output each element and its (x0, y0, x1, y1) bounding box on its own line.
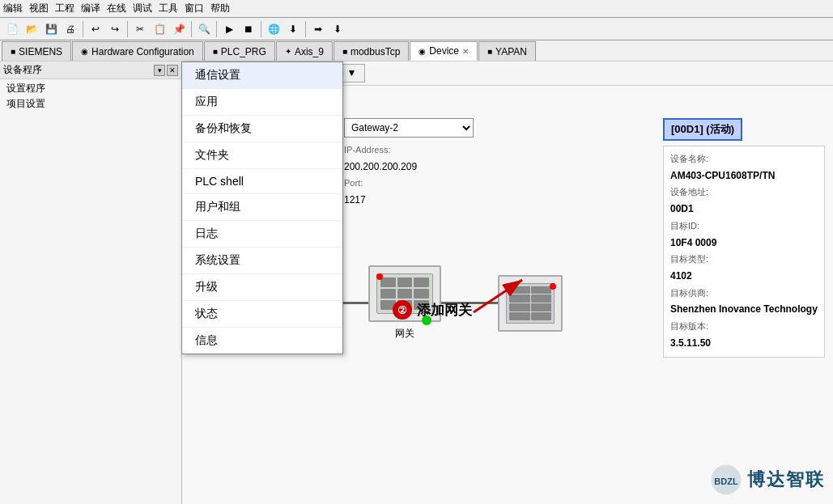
stepin-btn[interactable]: ⬇ (329, 20, 346, 38)
left-panel-tabs: 设置程序 项目设置 (0, 79, 181, 113)
new-btn[interactable]: 📄 (3, 20, 21, 38)
left-panel-header: 设备程序 ▾ ✕ (0, 61, 181, 79)
info-target-version-value: 3.5.11.50 (670, 335, 818, 353)
info-target-type-value: 4102 (670, 268, 818, 286)
open-btn[interactable]: 📂 (23, 20, 40, 38)
redo-btn[interactable]: ↪ (106, 20, 124, 38)
menu-online[interactable]: 在线 (107, 2, 126, 15)
ip-address-label: IP-Address: (344, 142, 417, 159)
gateway-dropdown: Gateway-2 (344, 118, 474, 138)
menu-debug[interactable]: 调试 (133, 2, 152, 15)
menu-item-comm[interactable]: 通信设置 (182, 62, 342, 89)
info-target-version-label: 目标版本: (670, 319, 818, 335)
menu-item-log[interactable]: 日志 (182, 221, 342, 248)
stop-btn[interactable]: ⏹ (240, 20, 257, 38)
sep1 (83, 21, 83, 37)
panel-pin-btn[interactable]: ▾ (154, 65, 165, 76)
gateway-select[interactable]: Gateway-2 (344, 118, 474, 138)
pc7 (509, 312, 530, 320)
ann2-circle: ② (393, 300, 412, 320)
menu-bar: 编辑 视图 工程 编译 在线 调试 工具 窗口 帮助 (0, 0, 833, 18)
menu-item-sysset[interactable]: 系统设置 (182, 248, 342, 274)
tab-modbustcp-icon: ■ (342, 47, 347, 56)
menu-item-files[interactable]: 文件夹 (182, 142, 342, 169)
info-block: 设备名称: AM403-CPU1608TP/TN 设备地址: 00D1 目标ID… (663, 146, 825, 358)
info-header: [00D1] (活动) (663, 118, 742, 141)
toolbar: 📄 📂 💾 🖨 ↩ ↪ ✂ 📋 📌 🔍 ▶ ⏹ 🌐 ⬇ ➡ ⬇ (0, 18, 833, 40)
copy-btn[interactable]: 📋 (151, 20, 168, 38)
sep4 (216, 21, 217, 37)
tab-siemens-icon: ■ (11, 47, 15, 56)
gc6 (414, 289, 429, 299)
svg-text:BDZL: BDZL (714, 476, 738, 486)
left-panel-item-0[interactable]: 设置程序 (0, 81, 181, 96)
tab-device[interactable]: ◉ Device ✕ (410, 41, 478, 61)
gc5 (397, 289, 413, 299)
paste-btn[interactable]: 📌 (170, 20, 188, 38)
ann2-text: 添加网关 (417, 301, 472, 320)
step-btn[interactable]: ➡ (309, 20, 327, 38)
menu-project[interactable]: 工程 (55, 2, 74, 15)
menu-item-plcshell[interactable]: PLC shell (182, 169, 342, 194)
tab-axis9-label: Axis_9 (295, 46, 324, 57)
menu-item-backup[interactable]: 备份和恢复 (182, 116, 342, 142)
undo-btn[interactable]: ↩ (87, 20, 104, 38)
logo-area: BDZL 博达智联 (710, 464, 825, 496)
logo-text: 博达智联 (747, 468, 825, 492)
pc5 (509, 303, 530, 311)
plc-wrapper (498, 275, 563, 332)
menu-tools[interactable]: 工具 (159, 2, 178, 15)
online-btn[interactable]: 🌐 (265, 20, 283, 38)
tab-device-icon: ◉ (419, 47, 426, 56)
sep2 (127, 21, 128, 37)
pc8 (531, 312, 552, 320)
tab-plcprg[interactable]: ■ PLC_PRG (204, 41, 275, 61)
pc2 (531, 286, 552, 294)
tab-yapan[interactable]: ■ YAPAN (478, 41, 536, 61)
logo-icon: BDZL (710, 464, 742, 496)
port-label: Port: (344, 176, 417, 192)
cut-btn[interactable]: ✂ (131, 20, 149, 38)
ip-info: IP-Address: 200.200.200.209 Port: 1217 (344, 142, 417, 210)
menu-item-info[interactable]: 信息 (182, 328, 342, 354)
menu-edit[interactable]: 编辑 (3, 2, 23, 15)
menu-help[interactable]: 帮助 (210, 2, 230, 15)
annotation-2: ② 添加网关 (393, 300, 472, 320)
tab-device-close[interactable]: ✕ (462, 47, 469, 56)
menu-item-status[interactable]: 状态 (182, 301, 342, 328)
tab-axis9[interactable]: ✦ Axis_9 (276, 41, 333, 61)
panel-close-btn[interactable]: ✕ (167, 65, 178, 76)
find-btn[interactable]: 🔍 (195, 20, 213, 38)
sep5 (261, 21, 261, 37)
gc3 (414, 277, 429, 287)
tab-plcprg-icon: ■ (213, 47, 218, 56)
tab-bar: ■ SIEMENS ◉ Hardware Configuration ■ PLC… (0, 40, 833, 61)
tab-hardware-label: Hardware Configuration (91, 46, 194, 57)
menu-item-users[interactable]: 用户和组 (182, 194, 342, 221)
menu-window[interactable]: 窗口 (185, 2, 204, 15)
sep6 (305, 21, 306, 37)
ip-address-value: 200.200.200.209 (344, 159, 417, 176)
tab-siemens-label: SIEMENS (19, 46, 62, 57)
tab-modbustcp[interactable]: ■ modbusTcp (334, 41, 409, 61)
tab-hardware[interactable]: ◉ Hardware Configuration (72, 41, 203, 61)
print-btn[interactable]: 🖨 (62, 20, 79, 38)
port-value: 1217 (344, 192, 417, 210)
left-panel-item-1[interactable]: 项目设置 (0, 96, 181, 112)
tab-siemens[interactable]: ■ SIEMENS (2, 41, 71, 61)
tab-axis9-icon: ✦ (285, 47, 291, 56)
left-panel-title: 设备程序 (3, 63, 42, 77)
menu-compile[interactable]: 编译 (81, 2, 100, 15)
info-device-name-value: AM403-CPU1608TP/TN (670, 167, 818, 185)
offline-btn[interactable]: ⬇ (284, 20, 302, 38)
pc1 (509, 286, 530, 294)
gc2 (397, 277, 413, 287)
menu-view[interactable]: 视图 (29, 2, 49, 15)
info-device-addr-label: 设备地址: (670, 184, 818, 201)
info-device-addr-value: 00D1 (670, 201, 818, 218)
save-btn[interactable]: 💾 (42, 20, 60, 38)
build-btn[interactable]: ▶ (220, 20, 238, 38)
info-target-vendor-value: Shenzhen Inovance Technology (670, 301, 818, 319)
menu-item-upgrade[interactable]: 升级 (182, 274, 342, 301)
menu-item-app[interactable]: 应用 (182, 89, 342, 116)
